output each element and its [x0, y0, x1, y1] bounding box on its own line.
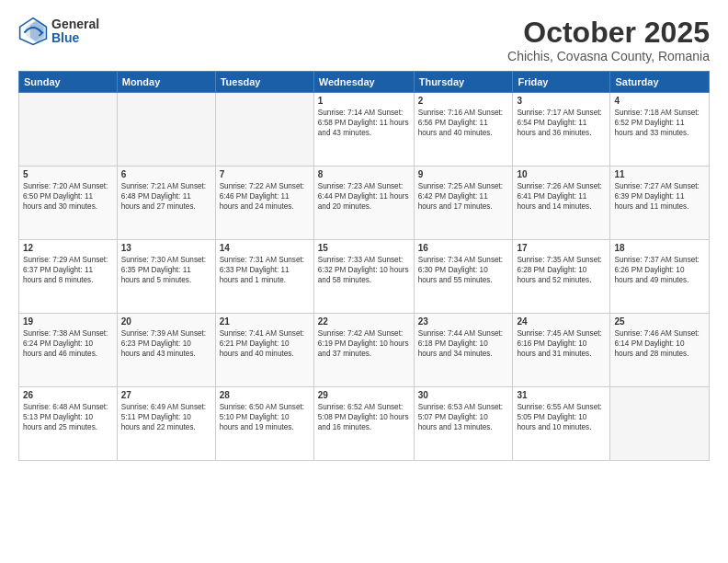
weekday-thursday: Thursday: [414, 72, 513, 93]
calendar-cell: 22Sunrise: 7:42 AM Sunset: 6:19 PM Dayli…: [313, 314, 414, 387]
logo-icon: [18, 17, 48, 46]
cell-content: Sunrise: 7:37 AM Sunset: 6:26 PM Dayligh…: [614, 255, 705, 285]
cell-content: Sunrise: 7:33 AM Sunset: 6:32 PM Dayligh…: [318, 255, 410, 285]
month-title: October 2025: [507, 17, 710, 49]
day-number: 28: [220, 390, 310, 400]
cell-content: Sunrise: 7:18 AM Sunset: 6:52 PM Dayligh…: [614, 108, 705, 138]
cell-content: Sunrise: 7:34 AM Sunset: 6:30 PM Dayligh…: [418, 255, 509, 285]
day-number: 11: [614, 169, 705, 179]
calendar-cell: 7Sunrise: 7:22 AM Sunset: 6:46 PM Daylig…: [215, 167, 313, 240]
day-number: 17: [517, 243, 606, 253]
calendar-cell: 28Sunrise: 6:50 AM Sunset: 5:10 PM Dayli…: [215, 387, 313, 461]
cell-content: Sunrise: 7:35 AM Sunset: 6:28 PM Dayligh…: [517, 255, 606, 285]
calendar-cell: 1Sunrise: 7:14 AM Sunset: 6:58 PM Daylig…: [313, 93, 414, 167]
cell-content: Sunrise: 7:22 AM Sunset: 6:46 PM Dayligh…: [220, 181, 310, 212]
calendar-cell: 13Sunrise: 7:30 AM Sunset: 6:35 PM Dayli…: [117, 240, 215, 314]
day-number: 20: [121, 316, 211, 327]
day-number: 15: [318, 243, 410, 253]
day-number: 31: [517, 390, 606, 400]
cell-content: Sunrise: 7:26 AM Sunset: 6:41 PM Dayligh…: [517, 181, 606, 212]
page: General Blue October 2025 Chichis, Covas…: [0, 0, 728, 563]
cell-content: Sunrise: 7:39 AM Sunset: 6:23 PM Dayligh…: [121, 328, 211, 359]
day-number: 22: [318, 316, 410, 327]
week-row-4: 26Sunrise: 6:48 AM Sunset: 5:13 PM Dayli…: [19, 387, 710, 461]
day-number: 4: [614, 96, 705, 106]
day-number: 9: [418, 169, 509, 179]
day-number: 12: [23, 243, 113, 253]
day-number: 19: [23, 316, 113, 327]
calendar-cell: 20Sunrise: 7:39 AM Sunset: 6:23 PM Dayli…: [117, 314, 215, 387]
calendar-cell: 14Sunrise: 7:31 AM Sunset: 6:33 PM Dayli…: [215, 240, 313, 314]
day-number: 24: [517, 316, 606, 327]
weekday-saturday: Saturday: [610, 72, 710, 93]
cell-content: Sunrise: 7:31 AM Sunset: 6:33 PM Dayligh…: [220, 255, 310, 285]
cell-content: Sunrise: 7:20 AM Sunset: 6:50 PM Dayligh…: [23, 181, 113, 212]
calendar-cell: 21Sunrise: 7:41 AM Sunset: 6:21 PM Dayli…: [215, 314, 313, 387]
cell-content: Sunrise: 7:17 AM Sunset: 6:54 PM Dayligh…: [517, 108, 606, 138]
day-number: 25: [614, 316, 705, 327]
week-row-0: 1Sunrise: 7:14 AM Sunset: 6:58 PM Daylig…: [19, 93, 710, 167]
weekday-header-row: SundayMondayTuesdayWednesdayThursdayFrid…: [19, 72, 710, 93]
weekday-monday: Monday: [117, 72, 215, 93]
calendar-cell: 29Sunrise: 6:52 AM Sunset: 5:08 PM Dayli…: [313, 387, 414, 461]
cell-content: Sunrise: 7:23 AM Sunset: 6:44 PM Dayligh…: [318, 181, 410, 212]
calendar-cell: 10Sunrise: 7:26 AM Sunset: 6:41 PM Dayli…: [513, 167, 610, 240]
week-row-3: 19Sunrise: 7:38 AM Sunset: 6:24 PM Dayli…: [19, 314, 710, 387]
day-number: 6: [121, 169, 211, 179]
calendar-cell: 24Sunrise: 7:45 AM Sunset: 6:16 PM Dayli…: [513, 314, 610, 387]
logo-text: General Blue: [51, 17, 99, 46]
location: Chichis, Covasna County, Romania: [507, 49, 710, 63]
cell-content: Sunrise: 7:27 AM Sunset: 6:39 PM Dayligh…: [614, 181, 705, 212]
calendar-cell: 9Sunrise: 7:25 AM Sunset: 6:42 PM Daylig…: [414, 167, 513, 240]
weekday-sunday: Sunday: [19, 72, 118, 93]
week-row-1: 5Sunrise: 7:20 AM Sunset: 6:50 PM Daylig…: [19, 167, 710, 240]
cell-content: Sunrise: 7:16 AM Sunset: 6:56 PM Dayligh…: [418, 108, 509, 138]
day-number: 1: [318, 96, 410, 106]
day-number: 7: [220, 169, 310, 179]
weekday-tuesday: Tuesday: [215, 72, 313, 93]
day-number: 8: [318, 169, 410, 179]
cell-content: Sunrise: 7:42 AM Sunset: 6:19 PM Dayligh…: [318, 328, 410, 359]
day-number: 13: [121, 243, 211, 253]
logo-blue: Blue: [51, 31, 99, 45]
day-number: 27: [121, 390, 211, 400]
calendar-cell: [19, 93, 118, 167]
cell-content: Sunrise: 6:55 AM Sunset: 5:05 PM Dayligh…: [517, 402, 606, 432]
day-number: 3: [517, 96, 606, 106]
logo: General Blue: [18, 17, 99, 46]
calendar-cell: 8Sunrise: 7:23 AM Sunset: 6:44 PM Daylig…: [313, 167, 414, 240]
calendar: SundayMondayTuesdayWednesdayThursdayFrid…: [18, 71, 710, 461]
cell-content: Sunrise: 7:25 AM Sunset: 6:42 PM Dayligh…: [418, 181, 509, 212]
cell-content: Sunrise: 7:14 AM Sunset: 6:58 PM Dayligh…: [318, 108, 410, 138]
calendar-cell: 15Sunrise: 7:33 AM Sunset: 6:32 PM Dayli…: [313, 240, 414, 314]
calendar-cell: 31Sunrise: 6:55 AM Sunset: 5:05 PM Dayli…: [513, 387, 610, 461]
calendar-cell: [610, 387, 710, 461]
calendar-cell: [117, 93, 215, 167]
cell-content: Sunrise: 7:30 AM Sunset: 6:35 PM Dayligh…: [121, 255, 211, 285]
calendar-cell: 3Sunrise: 7:17 AM Sunset: 6:54 PM Daylig…: [513, 93, 610, 167]
day-number: 2: [418, 96, 509, 106]
day-number: 16: [418, 243, 509, 253]
calendar-cell: [215, 93, 313, 167]
calendar-cell: 25Sunrise: 7:46 AM Sunset: 6:14 PM Dayli…: [610, 314, 710, 387]
calendar-cell: 23Sunrise: 7:44 AM Sunset: 6:18 PM Dayli…: [414, 314, 513, 387]
cell-content: Sunrise: 7:21 AM Sunset: 6:48 PM Dayligh…: [121, 181, 211, 212]
cell-content: Sunrise: 7:41 AM Sunset: 6:21 PM Dayligh…: [220, 328, 310, 359]
cell-content: Sunrise: 7:44 AM Sunset: 6:18 PM Dayligh…: [418, 328, 509, 359]
calendar-cell: 11Sunrise: 7:27 AM Sunset: 6:39 PM Dayli…: [610, 167, 710, 240]
cell-content: Sunrise: 6:52 AM Sunset: 5:08 PM Dayligh…: [318, 402, 410, 432]
day-number: 23: [418, 316, 509, 327]
logo-general: General: [51, 17, 99, 31]
week-row-2: 12Sunrise: 7:29 AM Sunset: 6:37 PM Dayli…: [19, 240, 710, 314]
calendar-cell: 5Sunrise: 7:20 AM Sunset: 6:50 PM Daylig…: [19, 167, 118, 240]
calendar-cell: 26Sunrise: 6:48 AM Sunset: 5:13 PM Dayli…: [19, 387, 118, 461]
title-block: October 2025 Chichis, Covasna County, Ro…: [507, 17, 710, 63]
calendar-cell: 4Sunrise: 7:18 AM Sunset: 6:52 PM Daylig…: [610, 93, 710, 167]
cell-content: Sunrise: 7:29 AM Sunset: 6:37 PM Dayligh…: [23, 255, 113, 285]
day-number: 18: [614, 243, 705, 253]
day-number: 26: [23, 390, 113, 400]
cell-content: Sunrise: 6:50 AM Sunset: 5:10 PM Dayligh…: [220, 402, 310, 432]
header: General Blue October 2025 Chichis, Covas…: [18, 17, 710, 63]
calendar-cell: 12Sunrise: 7:29 AM Sunset: 6:37 PM Dayli…: [19, 240, 118, 314]
calendar-cell: 2Sunrise: 7:16 AM Sunset: 6:56 PM Daylig…: [414, 93, 513, 167]
